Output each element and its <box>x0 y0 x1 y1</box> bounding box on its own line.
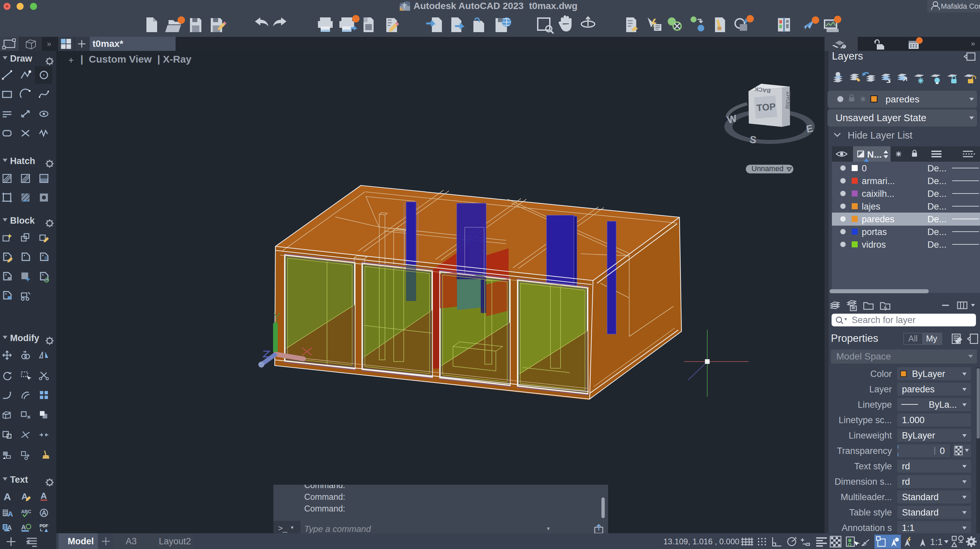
svg-text:Model: Model <box>68 536 94 546</box>
svg-text:rd: rd <box>902 477 910 487</box>
svg-text:ByLayer: ByLayer <box>912 369 945 379</box>
svg-text:Unnamed: Unnamed <box>751 164 783 173</box>
svg-text:1:1: 1:1 <box>902 523 915 533</box>
svg-text:Annotation s: Annotation s <box>842 523 892 533</box>
svg-text:armari...: armari... <box>862 176 895 186</box>
svg-text:Hide Layer List: Hide Layer List <box>848 130 912 141</box>
svg-text:Linetype sc...: Linetype sc... <box>838 415 892 425</box>
svg-text:RIGHT: RIGHT <box>785 91 792 109</box>
svg-text:Unsaved Layer State: Unsaved Layer State <box>835 113 926 123</box>
svg-text:De...: De... <box>928 227 947 237</box>
svg-text:Transparency: Transparency <box>837 446 892 456</box>
svg-text:Table style: Table style <box>849 508 892 517</box>
svg-text:De...: De... <box>928 240 947 250</box>
svg-text:Lineweight: Lineweight <box>849 430 892 441</box>
svg-text:TOP: TOP <box>756 101 776 113</box>
svg-text:A3: A3 <box>126 536 137 546</box>
svg-text:0: 0 <box>862 163 867 173</box>
svg-text:Model Space: Model Space <box>836 351 891 362</box>
svg-text:S: S <box>749 133 757 145</box>
svg-text:vidros: vidros <box>862 240 886 250</box>
svg-text:t0max.dwg: t0max.dwg <box>529 1 578 11</box>
svg-text:De...: De... <box>928 202 947 211</box>
svg-text:1:1: 1:1 <box>930 537 943 547</box>
svg-text:paredes: paredes <box>862 214 894 224</box>
svg-text:Linetype: Linetype <box>858 400 892 410</box>
svg-text:portas: portas <box>862 227 887 237</box>
svg-text:De...: De... <box>928 189 947 199</box>
svg-text:caixilh...: caixilh... <box>862 189 894 199</box>
svg-text:Dimension s...: Dimension s... <box>835 477 892 487</box>
svg-text:De...: De... <box>928 214 947 224</box>
svg-text:Draw: Draw <box>10 54 32 63</box>
svg-text:My: My <box>926 334 937 343</box>
svg-text:»: » <box>47 40 51 48</box>
svg-text:Standard: Standard <box>902 492 939 502</box>
svg-text:Block: Block <box>10 216 35 225</box>
svg-text:Text: Text <box>10 475 28 485</box>
svg-text:paredes: paredes <box>902 384 935 394</box>
svg-text:lajes: lajes <box>862 202 880 211</box>
svg-text:Hatch: Hatch <box>10 156 35 166</box>
svg-text:Search for layer: Search for layer <box>852 315 916 325</box>
svg-text:13.109, 1.016 , 0.000: 13.109, 1.016 , 0.000 <box>663 537 740 546</box>
svg-text:Layers: Layers <box>832 51 863 62</box>
svg-text:Standard: Standard <box>902 508 939 517</box>
svg-text:Layer: Layer <box>869 384 892 394</box>
svg-text:ByLa...: ByLa... <box>929 400 957 410</box>
svg-text:»: » <box>971 40 975 48</box>
svg-text:Layout2: Layout2 <box>159 536 191 546</box>
svg-text:De...: De... <box>928 163 947 173</box>
svg-text:ByLayer: ByLayer <box>902 430 935 441</box>
svg-text:Mafalda Concei…: Mafalda Concei… <box>941 2 980 10</box>
svg-text:Color: Color <box>870 369 892 379</box>
svg-text:All: All <box>908 334 918 343</box>
svg-text:rd: rd <box>902 461 910 471</box>
svg-text:Multileader...: Multileader... <box>841 492 892 502</box>
svg-text:Modify: Modify <box>10 333 39 343</box>
svg-text:Properties: Properties <box>831 332 878 344</box>
svg-text:0: 0 <box>940 446 945 456</box>
svg-text:Autodesk AutoCAD 2023: Autodesk AutoCAD 2023 <box>414 1 524 11</box>
svg-text:N...: N... <box>867 149 882 160</box>
svg-text:Text style: Text style <box>854 461 892 471</box>
svg-text:t0max*: t0max* <box>92 38 123 49</box>
svg-text:De...: De... <box>928 176 947 186</box>
svg-text:paredes: paredes <box>886 94 920 105</box>
svg-text:1.000: 1.000 <box>902 415 925 425</box>
